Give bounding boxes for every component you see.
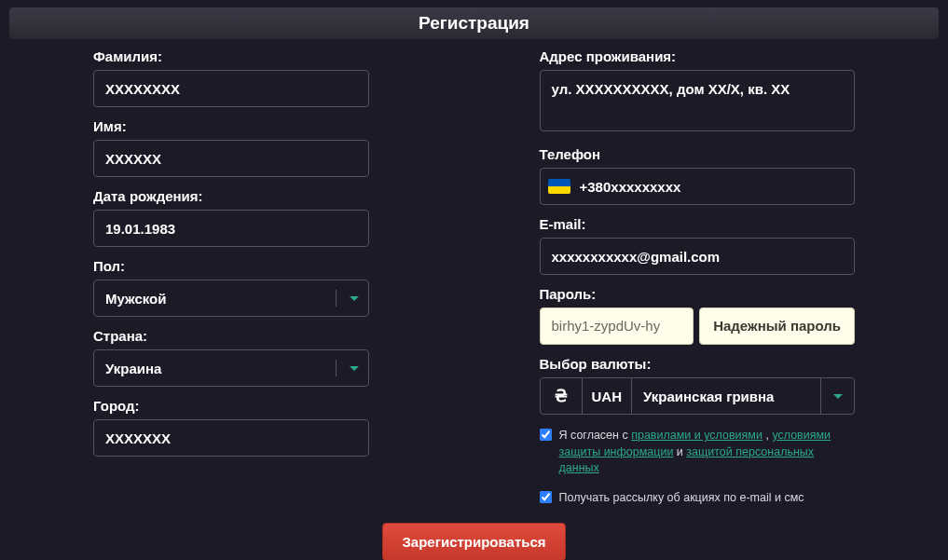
country-select[interactable]: Украина — [93, 349, 369, 387]
city-input[interactable] — [93, 419, 369, 457]
newsletter-checkbox[interactable] — [540, 491, 552, 503]
dob-label: Дата рождения: — [93, 188, 409, 204]
currency-name: Украинская гривна — [631, 378, 820, 414]
password-label: Пароль: — [540, 286, 856, 302]
currency-label: Выбор валюты: — [540, 356, 856, 372]
right-column: Адрес проживания: ул. XXXXXXXXXX, дом XX… — [540, 48, 856, 506]
firstname-label: Имя: — [93, 118, 409, 134]
address-input[interactable]: ул. XXXXXXXXXX, дом XX/X, кв. XX — [540, 70, 856, 131]
chevron-down-icon — [833, 394, 843, 399]
ukraine-flag-icon — [548, 179, 570, 194]
chevron-down-icon — [350, 366, 359, 371]
dob-input[interactable] — [93, 210, 369, 247]
phone-value: +380xxxxxxxxx — [580, 179, 681, 195]
firstname-input[interactable] — [93, 140, 369, 177]
email-label: E-mail: — [540, 216, 856, 232]
phone-label: Телефон — [540, 146, 856, 162]
hryvnia-icon: ₴ — [541, 386, 582, 406]
newsletter-text: Получать рассылку об акциях по e-mail и … — [559, 490, 804, 507]
password-strength-badge: Надежный пароль — [699, 307, 855, 345]
left-column: Фамилия: Имя: Дата рождения: Пол: Мужско… — [93, 48, 409, 506]
city-label: Город: — [93, 398, 409, 414]
gender-label: Пол: — [93, 258, 409, 274]
address-label: Адрес проживания: — [540, 48, 856, 64]
terms-text: Я согласен с правилами и условиями , усл… — [559, 428, 856, 477]
phone-input[interactable]: +380xxxxxxxxx — [540, 168, 856, 205]
password-input[interactable]: birhy1-zypdUv-hy — [540, 307, 694, 345]
page-title: Регистрация — [9, 7, 939, 39]
lastname-label: Фамилия: — [93, 48, 409, 64]
terms-checkbox-row[interactable]: Я согласен с правилами и условиями , усл… — [540, 428, 856, 477]
gender-value: Мужской — [105, 291, 167, 307]
currency-select[interactable]: ₴ UAH Украинская гривна — [540, 377, 856, 415]
chevron-down-icon — [350, 296, 359, 301]
email-input[interactable] — [540, 238, 856, 275]
terms-link-rules[interactable]: правилами и условиями — [631, 429, 763, 442]
terms-checkbox[interactable] — [540, 429, 552, 441]
gender-select[interactable]: Мужской — [93, 280, 369, 317]
currency-code: UAH — [582, 378, 632, 414]
newsletter-checkbox-row[interactable]: Получать рассылку об акциях по e-mail и … — [540, 490, 856, 507]
country-value: Украина — [105, 361, 161, 376]
register-button[interactable]: Зарегистрироваться — [382, 523, 565, 560]
country-label: Страна: — [93, 328, 409, 344]
lastname-input[interactable] — [93, 70, 369, 107]
